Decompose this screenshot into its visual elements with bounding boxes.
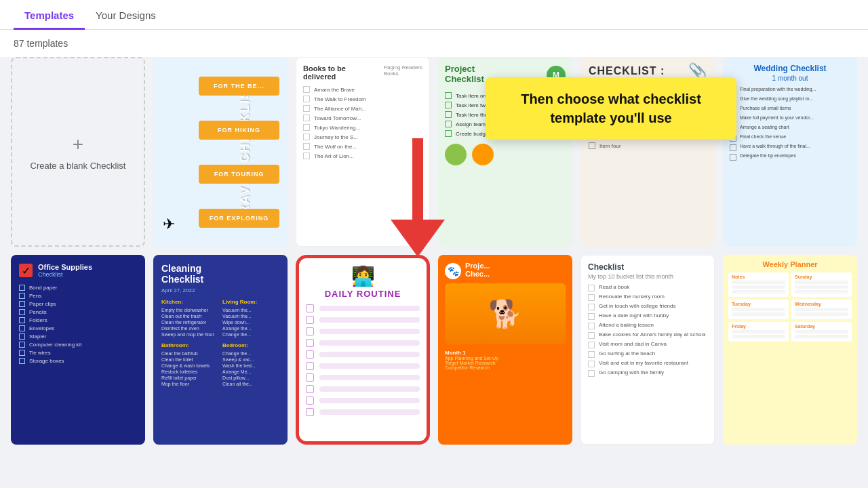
books-title: Books to bedelivered <box>303 64 346 81</box>
tuesday-label: Tuesday <box>732 302 785 306</box>
wedding-title: Wedding Checklist1 month out <box>730 64 850 83</box>
project-orange-card[interactable]: 🐾 Proje...Chec... 🐕 Month 1 App Planning… <box>438 255 572 445</box>
cleaning-title: CleaningChecklist <box>161 263 279 285</box>
create-blank-card[interactable]: + Create a blank Checklist <box>11 57 145 247</box>
daily-routine-card[interactable]: 👩‍💻 DAILY ROUTINE <box>296 255 430 445</box>
office-supplies-card[interactable]: ✓ Office Supplies Checklist Bond paper P… <box>11 255 145 445</box>
weekly-planner-card[interactable]: Weekly Planner Notes Sunday <box>723 255 857 445</box>
bucket-list-card[interactable]: Checklist My top 10 bucket list this mon… <box>580 255 715 445</box>
template-count: 87 templates <box>0 30 868 57</box>
bucket-items: Read a book Renovate the nursery room Ge… <box>588 284 707 377</box>
plane-icon: ✈ <box>163 216 175 233</box>
callout-tooltip: Then choose what checklist template you'… <box>486 77 736 140</box>
project-title: ProjectChecklist <box>445 64 484 84</box>
tab-your-designs[interactable]: Your Designs <box>85 3 167 30</box>
top-nav: Templates Your Designs <box>0 0 868 30</box>
tab-templates[interactable]: Templates <box>14 3 85 30</box>
svg-marker-1 <box>391 220 445 257</box>
office-items: Bond paper Pens Paper clips Pencils Fold… <box>19 285 137 364</box>
weekly-title: Weekly Planner <box>728 260 852 268</box>
wednesday-label: Wednesday <box>795 302 848 306</box>
callout-text: Then choose what checklist template you'… <box>500 89 722 127</box>
cleaning-checklist-card[interactable]: CleaningChecklist April 27, 2022 Kitchen… <box>153 255 288 445</box>
saturday-label: Saturday <box>795 324 848 329</box>
notes-label: Notes <box>732 274 785 279</box>
office-title: Office Supplies <box>38 263 92 271</box>
office-icon: ✓ <box>19 264 33 277</box>
travel-bar-3: FOR TOURING <box>199 165 279 184</box>
office-subtitle: Checklist <box>38 271 92 278</box>
paw-icon: 🐾 <box>448 266 459 277</box>
bucket-title: Checklist <box>588 262 707 272</box>
travel-bar-1: FOR THE BE... <box>199 77 279 96</box>
cleaning-date: April 27, 2022 <box>161 287 279 293</box>
girl-illustration: 👩‍💻 <box>306 265 420 287</box>
blank-card-label: Create a blank Checklist <box>31 161 126 171</box>
svg-marker-0 <box>412 138 423 220</box>
travel-bar-2: FOR HIKING <box>199 121 279 140</box>
travel-bar-4: FOR EXPLORING <box>199 209 279 228</box>
plus-icon: + <box>73 134 83 155</box>
wedding-checklist-card[interactable]: Wedding Checklist1 month out Final prepa… <box>723 57 857 247</box>
dog-image: 🐕 <box>445 283 566 344</box>
bucket-subtitle: My top 10 bucket list this month <box>588 273 707 280</box>
travel-checklist-card[interactable]: TRAVEL CHECKLIST FOR THE BE... FOR HIKIN… <box>153 57 288 247</box>
friday-label: Friday <box>732 324 785 329</box>
project-orange-title: Proje...Chec... <box>465 262 490 278</box>
sunday-label: Sunday <box>795 274 848 279</box>
kitchen-section: Kitchen: <box>161 299 218 305</box>
bathroom-section: Bathroom: <box>161 342 218 348</box>
living-section: Living Room: <box>222 299 279 305</box>
project-months: Month 1 App Planning and Set-Up Target M… <box>445 350 566 370</box>
daily-title: DAILY ROUTINE <box>306 289 420 299</box>
bedroom-section: Bedroom: <box>222 342 279 348</box>
daily-rows <box>306 304 420 416</box>
books-publisher: Paging ReadersBooks <box>384 64 422 81</box>
wedding-items: Final preparation with the wedding... Gi… <box>730 87 850 161</box>
arrow-container <box>391 138 445 263</box>
